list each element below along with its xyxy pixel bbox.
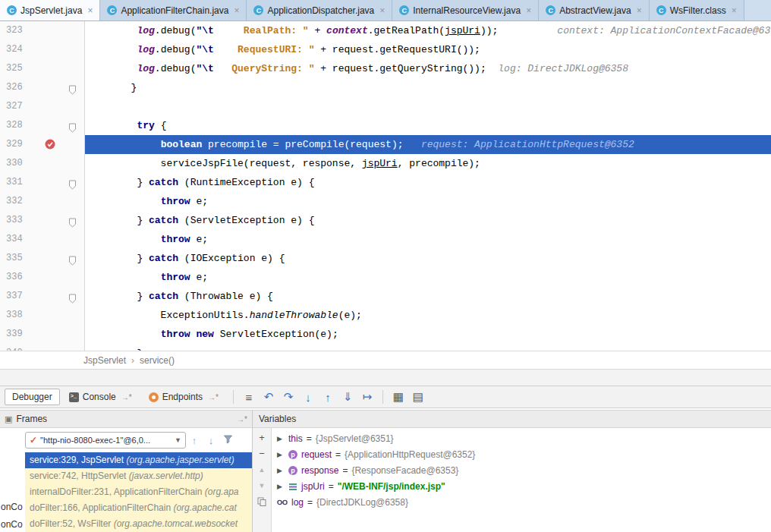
tab-label: ApplicationFilterChain.java	[121, 5, 228, 16]
class-icon: C	[656, 5, 666, 15]
layout-icon[interactable]: ▤	[408, 388, 428, 406]
variable-row[interactable]: log={DirectJDKLog@6358}	[272, 494, 771, 510]
line-number: 335	[6, 249, 23, 268]
editor-line[interactable]: 327	[0, 97, 771, 116]
expand-chevron-icon[interactable]: ▶	[277, 435, 285, 442]
stack-frame-row[interactable]: service:742, HttpServlet (javax.servlet.…	[25, 468, 252, 484]
close-tab-icon[interactable]: ×	[379, 5, 385, 16]
code-text: serviceJspFile(request, response, jspUri…	[90, 154, 480, 173]
line-number: 327	[6, 97, 23, 116]
variable-row[interactable]: ▶presponse={ResponseFacade@6353}	[272, 462, 771, 478]
step-over-icon[interactable]: ↷	[279, 388, 298, 406]
editor-tab[interactable]: CApplicationFilterChain.java×	[100, 0, 247, 20]
frame-package: (org.apache.cat	[173, 502, 236, 513]
copy-icon[interactable]	[253, 493, 272, 509]
add-watch-button[interactable]: +	[253, 430, 272, 445]
debug-tab-debugger[interactable]: Debugger	[5, 389, 60, 405]
stack-frame-row[interactable]: doFilter:52, WsFilter (org.apache.tomcat…	[25, 516, 252, 532]
editor-tab[interactable]: CApplicationDispatcher.java×	[247, 0, 392, 20]
variable-name: response	[301, 465, 338, 476]
editor-line[interactable]: 333 } catch (ServletException e) {	[0, 211, 771, 230]
stack-frame-row[interactable]: doFilter:166, ApplicationFilterChain (or…	[25, 500, 252, 516]
variable-row[interactable]: ▶this={JspServlet@6351}	[272, 430, 771, 446]
close-tab-icon[interactable]: ×	[732, 5, 737, 16]
editor-line[interactable]: 331 } catch (RuntimeException e) {	[0, 173, 771, 192]
equals-sign: =	[335, 449, 341, 460]
frame-package: (org.apache.tomcat.websocket	[114, 518, 238, 529]
close-tab-icon[interactable]: ×	[87, 5, 93, 16]
code-text: } catch (Throwable e) {	[90, 287, 273, 306]
next-frame-icon[interactable]: ↓	[203, 435, 219, 446]
up-watch-button[interactable]: ▲	[253, 461, 272, 477]
editor-tab[interactable]: CAbstractView.java×	[539, 0, 650, 20]
variable-row[interactable]: ▶prequest={ApplicationHttpRequest@6352}	[272, 446, 771, 462]
line-number: 337	[6, 287, 23, 306]
equals-sign: =	[342, 465, 348, 476]
expand-chevron-icon[interactable]: ▶	[277, 483, 285, 490]
editor-line[interactable]: 325 log.debug("\t QueryString: " + reque…	[0, 59, 771, 78]
remove-watch-button[interactable]: −	[253, 445, 272, 461]
variable-row[interactable]: ▶jspUri="/WEB-INF/jsp/index.jsp"	[272, 478, 771, 494]
editor-line[interactable]: 329 boolean precompile = preCompile(requ…	[0, 135, 771, 154]
step-out-icon[interactable]: ↑	[318, 388, 338, 406]
editor-line[interactable]: 323 log.debug("\t RealPath: " + context.…	[0, 21, 771, 40]
editor-line[interactable]: 337 } catch (Throwable e) {	[0, 287, 771, 306]
jump-icon: →*	[121, 393, 132, 401]
editor-line[interactable]: 339 throw new ServletException(e);	[0, 325, 771, 344]
editor-line[interactable]: 338 ExceptionUtils.handleThrowable(e);	[0, 306, 771, 325]
editor-tab[interactable]: CInternalResourceView.java×	[392, 0, 539, 20]
code-text: ExceptionUtils.handleThrowable(e);	[90, 306, 362, 325]
pin-icon: →*	[237, 415, 247, 423]
code-text: try {	[90, 116, 166, 135]
filter-icon[interactable]	[219, 434, 236, 446]
debug-tab-endpoints[interactable]: Endpoints→*	[141, 389, 226, 405]
class-icon: C	[399, 5, 409, 15]
evaluate-expression-icon[interactable]: ▦	[389, 388, 408, 406]
line-number: 332	[6, 192, 23, 211]
tab-label: Endpoints	[162, 392, 203, 402]
menu-icon[interactable]: ≡	[239, 388, 259, 406]
frame-location: doFilter:166, ApplicationFilterChain	[30, 502, 173, 513]
close-tab-icon[interactable]: ×	[234, 5, 239, 16]
close-tab-icon[interactable]: ×	[526, 5, 531, 16]
line-number: 338	[6, 306, 23, 325]
line-number: 326	[6, 78, 23, 97]
editor-line[interactable]: 335 } catch (IOException e) {	[0, 249, 771, 268]
splitter-band[interactable]	[0, 369, 771, 386]
thread-check-icon: ✓	[30, 435, 37, 445]
down-watch-button[interactable]: ▼	[253, 477, 272, 493]
breadcrumb-item[interactable]: JspServlet	[83, 355, 126, 366]
close-tab-icon[interactable]: ×	[637, 5, 642, 16]
editor-line[interactable]: 328 try {	[0, 116, 771, 135]
editor-line[interactable]: 340 }	[0, 344, 771, 351]
debug-tab-console[interactable]: Console→*	[61, 389, 140, 405]
frames-panel: ✓ "http-nio-8080-exec-1"@6,0... ▼ ↑ ↓ se…	[0, 428, 253, 532]
breadcrumb-item[interactable]: service()	[140, 355, 175, 366]
breadcrumb: JspServlet›service()	[0, 351, 771, 369]
code-text: }	[90, 78, 137, 97]
editor-tab[interactable]: CWsFilter.class×	[650, 0, 744, 20]
thread-selector[interactable]: ✓ "http-nio-8080-exec-1"@6,0... ▼	[25, 432, 186, 449]
stack-frame-row[interactable]: internalDoFilter:231, ApplicationFilterC…	[25, 484, 252, 500]
editor[interactable]: 323 log.debug("\t RealPath: " + context.…	[0, 21, 771, 351]
previous-frame-icon[interactable]: ↑	[186, 435, 203, 446]
expand-chevron-icon[interactable]: ▶	[277, 451, 285, 458]
line-number: 334	[6, 230, 23, 249]
step-into-icon[interactable]: ↓	[298, 388, 318, 406]
force-step-into-icon[interactable]: ⇓	[338, 388, 357, 406]
code-text: throw e;	[90, 192, 208, 211]
class-icon: C	[253, 5, 263, 15]
tab-label: Console	[83, 392, 116, 402]
editor-line[interactable]: 326 }	[0, 78, 771, 97]
editor-line[interactable]: 334 throw e;	[0, 230, 771, 249]
editor-tab[interactable]: CJspServlet.java×	[0, 0, 100, 20]
editor-line[interactable]: 332 throw e;	[0, 192, 771, 211]
editor-line[interactable]: 330 serviceJspFile(request, response, js…	[0, 154, 771, 173]
expand-chevron-icon[interactable]: ▶	[277, 467, 285, 474]
show-execution-point-icon[interactable]: ↶	[259, 388, 279, 406]
editor-line[interactable]: 336 throw e;	[0, 268, 771, 287]
stack-frame-row[interactable]: service:329, JspServlet (org.apache.jasp…	[25, 452, 252, 468]
run-to-cursor-icon[interactable]: ↦	[357, 388, 377, 406]
editor-line[interactable]: 324 log.debug("\t RequestURI: " + reques…	[0, 40, 771, 59]
debug-actions: ≡↶↷↓↑⇓↦▦▤	[239, 388, 428, 406]
